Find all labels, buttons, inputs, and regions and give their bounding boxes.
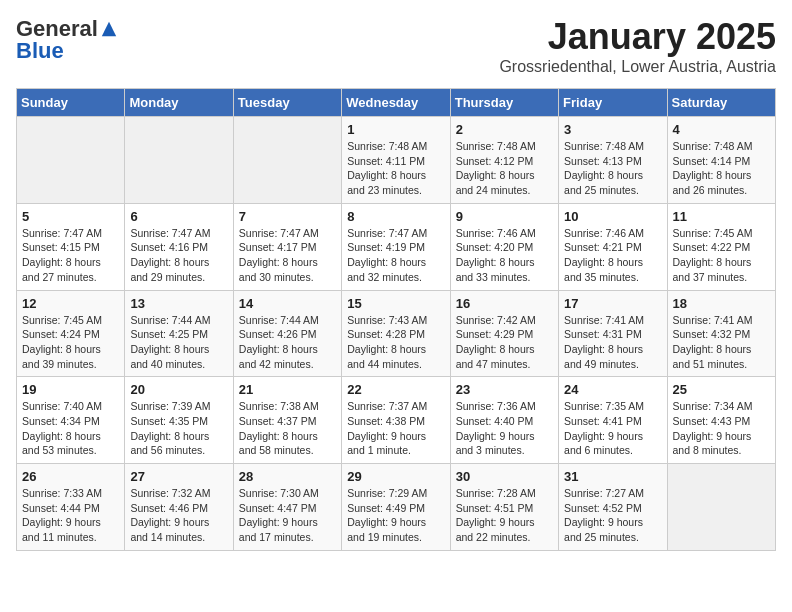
calendar-cell: 15Sunrise: 7:43 AMSunset: 4:28 PMDayligh… bbox=[342, 290, 450, 377]
calendar-cell: 23Sunrise: 7:36 AMSunset: 4:40 PMDayligh… bbox=[450, 377, 558, 464]
logo-blue: Blue bbox=[16, 38, 64, 63]
day-info: Sunrise: 7:47 AMSunset: 4:19 PMDaylight:… bbox=[347, 226, 444, 285]
day-number: 21 bbox=[239, 382, 336, 397]
day-info: Sunrise: 7:36 AMSunset: 4:40 PMDaylight:… bbox=[456, 399, 553, 458]
weekday-header-wednesday: Wednesday bbox=[342, 89, 450, 117]
day-number: 11 bbox=[673, 209, 770, 224]
calendar-cell: 3Sunrise: 7:48 AMSunset: 4:13 PMDaylight… bbox=[559, 117, 667, 204]
day-number: 25 bbox=[673, 382, 770, 397]
calendar-cell: 16Sunrise: 7:42 AMSunset: 4:29 PMDayligh… bbox=[450, 290, 558, 377]
day-info: Sunrise: 7:41 AMSunset: 4:31 PMDaylight:… bbox=[564, 313, 661, 372]
day-info: Sunrise: 7:42 AMSunset: 4:29 PMDaylight:… bbox=[456, 313, 553, 372]
calendar-cell: 30Sunrise: 7:28 AMSunset: 4:51 PMDayligh… bbox=[450, 464, 558, 551]
calendar-cell: 22Sunrise: 7:37 AMSunset: 4:38 PMDayligh… bbox=[342, 377, 450, 464]
weekday-header-saturday: Saturday bbox=[667, 89, 775, 117]
day-number: 31 bbox=[564, 469, 661, 484]
calendar-cell: 25Sunrise: 7:34 AMSunset: 4:43 PMDayligh… bbox=[667, 377, 775, 464]
day-info: Sunrise: 7:30 AMSunset: 4:47 PMDaylight:… bbox=[239, 486, 336, 545]
calendar-cell: 31Sunrise: 7:27 AMSunset: 4:52 PMDayligh… bbox=[559, 464, 667, 551]
calendar-cell: 13Sunrise: 7:44 AMSunset: 4:25 PMDayligh… bbox=[125, 290, 233, 377]
calendar-cell: 10Sunrise: 7:46 AMSunset: 4:21 PMDayligh… bbox=[559, 203, 667, 290]
day-number: 19 bbox=[22, 382, 119, 397]
day-number: 10 bbox=[564, 209, 661, 224]
calendar-cell: 28Sunrise: 7:30 AMSunset: 4:47 PMDayligh… bbox=[233, 464, 341, 551]
day-number: 4 bbox=[673, 122, 770, 137]
day-number: 9 bbox=[456, 209, 553, 224]
svg-marker-0 bbox=[102, 22, 116, 36]
calendar-cell: 20Sunrise: 7:39 AMSunset: 4:35 PMDayligh… bbox=[125, 377, 233, 464]
calendar-cell: 26Sunrise: 7:33 AMSunset: 4:44 PMDayligh… bbox=[17, 464, 125, 551]
calendar-cell: 21Sunrise: 7:38 AMSunset: 4:37 PMDayligh… bbox=[233, 377, 341, 464]
title-block: January 2025 Grossriedenthal, Lower Aust… bbox=[499, 16, 776, 76]
day-number: 29 bbox=[347, 469, 444, 484]
calendar-cell: 29Sunrise: 7:29 AMSunset: 4:49 PMDayligh… bbox=[342, 464, 450, 551]
calendar-cell bbox=[233, 117, 341, 204]
day-info: Sunrise: 7:48 AMSunset: 4:14 PMDaylight:… bbox=[673, 139, 770, 198]
day-number: 22 bbox=[347, 382, 444, 397]
calendar-table: SundayMondayTuesdayWednesdayThursdayFrid… bbox=[16, 88, 776, 551]
day-info: Sunrise: 7:39 AMSunset: 4:35 PMDaylight:… bbox=[130, 399, 227, 458]
day-number: 28 bbox=[239, 469, 336, 484]
day-info: Sunrise: 7:32 AMSunset: 4:46 PMDaylight:… bbox=[130, 486, 227, 545]
weekday-header-friday: Friday bbox=[559, 89, 667, 117]
day-number: 16 bbox=[456, 296, 553, 311]
day-info: Sunrise: 7:37 AMSunset: 4:38 PMDaylight:… bbox=[347, 399, 444, 458]
day-info: Sunrise: 7:27 AMSunset: 4:52 PMDaylight:… bbox=[564, 486, 661, 545]
day-number: 26 bbox=[22, 469, 119, 484]
calendar-cell: 5Sunrise: 7:47 AMSunset: 4:15 PMDaylight… bbox=[17, 203, 125, 290]
weekday-header-row: SundayMondayTuesdayWednesdayThursdayFrid… bbox=[17, 89, 776, 117]
weekday-header-thursday: Thursday bbox=[450, 89, 558, 117]
calendar-cell: 12Sunrise: 7:45 AMSunset: 4:24 PMDayligh… bbox=[17, 290, 125, 377]
calendar-cell: 2Sunrise: 7:48 AMSunset: 4:12 PMDaylight… bbox=[450, 117, 558, 204]
day-info: Sunrise: 7:29 AMSunset: 4:49 PMDaylight:… bbox=[347, 486, 444, 545]
day-info: Sunrise: 7:41 AMSunset: 4:32 PMDaylight:… bbox=[673, 313, 770, 372]
calendar-cell: 17Sunrise: 7:41 AMSunset: 4:31 PMDayligh… bbox=[559, 290, 667, 377]
day-number: 20 bbox=[130, 382, 227, 397]
day-info: Sunrise: 7:46 AMSunset: 4:21 PMDaylight:… bbox=[564, 226, 661, 285]
day-info: Sunrise: 7:44 AMSunset: 4:25 PMDaylight:… bbox=[130, 313, 227, 372]
calendar-cell: 8Sunrise: 7:47 AMSunset: 4:19 PMDaylight… bbox=[342, 203, 450, 290]
day-number: 23 bbox=[456, 382, 553, 397]
day-info: Sunrise: 7:47 AMSunset: 4:15 PMDaylight:… bbox=[22, 226, 119, 285]
calendar-cell: 9Sunrise: 7:46 AMSunset: 4:20 PMDaylight… bbox=[450, 203, 558, 290]
day-info: Sunrise: 7:48 AMSunset: 4:12 PMDaylight:… bbox=[456, 139, 553, 198]
day-info: Sunrise: 7:45 AMSunset: 4:24 PMDaylight:… bbox=[22, 313, 119, 372]
calendar-week-row: 19Sunrise: 7:40 AMSunset: 4:34 PMDayligh… bbox=[17, 377, 776, 464]
day-number: 3 bbox=[564, 122, 661, 137]
day-info: Sunrise: 7:47 AMSunset: 4:16 PMDaylight:… bbox=[130, 226, 227, 285]
day-number: 7 bbox=[239, 209, 336, 224]
calendar-cell: 11Sunrise: 7:45 AMSunset: 4:22 PMDayligh… bbox=[667, 203, 775, 290]
day-info: Sunrise: 7:47 AMSunset: 4:17 PMDaylight:… bbox=[239, 226, 336, 285]
calendar-cell: 24Sunrise: 7:35 AMSunset: 4:41 PMDayligh… bbox=[559, 377, 667, 464]
day-number: 12 bbox=[22, 296, 119, 311]
day-info: Sunrise: 7:35 AMSunset: 4:41 PMDaylight:… bbox=[564, 399, 661, 458]
day-info: Sunrise: 7:45 AMSunset: 4:22 PMDaylight:… bbox=[673, 226, 770, 285]
calendar-week-row: 12Sunrise: 7:45 AMSunset: 4:24 PMDayligh… bbox=[17, 290, 776, 377]
month-title: January 2025 bbox=[499, 16, 776, 58]
weekday-header-tuesday: Tuesday bbox=[233, 89, 341, 117]
day-number: 17 bbox=[564, 296, 661, 311]
logo-icon bbox=[100, 20, 118, 38]
day-info: Sunrise: 7:46 AMSunset: 4:20 PMDaylight:… bbox=[456, 226, 553, 285]
weekday-header-sunday: Sunday bbox=[17, 89, 125, 117]
calendar-week-row: 26Sunrise: 7:33 AMSunset: 4:44 PMDayligh… bbox=[17, 464, 776, 551]
calendar-cell: 6Sunrise: 7:47 AMSunset: 4:16 PMDaylight… bbox=[125, 203, 233, 290]
day-number: 5 bbox=[22, 209, 119, 224]
calendar-cell: 27Sunrise: 7:32 AMSunset: 4:46 PMDayligh… bbox=[125, 464, 233, 551]
logo: General Blue bbox=[16, 16, 118, 64]
day-info: Sunrise: 7:48 AMSunset: 4:13 PMDaylight:… bbox=[564, 139, 661, 198]
day-number: 30 bbox=[456, 469, 553, 484]
day-info: Sunrise: 7:38 AMSunset: 4:37 PMDaylight:… bbox=[239, 399, 336, 458]
calendar-cell: 18Sunrise: 7:41 AMSunset: 4:32 PMDayligh… bbox=[667, 290, 775, 377]
calendar-cell bbox=[125, 117, 233, 204]
day-number: 1 bbox=[347, 122, 444, 137]
calendar-cell: 1Sunrise: 7:48 AMSunset: 4:11 PMDaylight… bbox=[342, 117, 450, 204]
day-number: 2 bbox=[456, 122, 553, 137]
page-header: General Blue January 2025 Grossriedentha… bbox=[16, 16, 776, 76]
day-number: 24 bbox=[564, 382, 661, 397]
day-number: 13 bbox=[130, 296, 227, 311]
location-title: Grossriedenthal, Lower Austria, Austria bbox=[499, 58, 776, 76]
day-number: 27 bbox=[130, 469, 227, 484]
weekday-header-monday: Monday bbox=[125, 89, 233, 117]
day-number: 14 bbox=[239, 296, 336, 311]
